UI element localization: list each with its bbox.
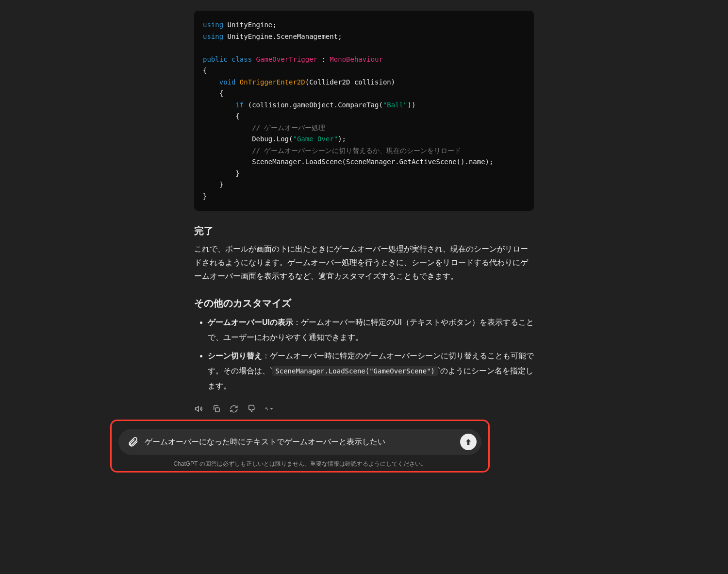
- chat-input[interactable]: [145, 438, 454, 446]
- thumbs-down-icon: [247, 405, 256, 413]
- code-token: // ゲームオーバーシーンに切り替えるか、現在のシーンをリロード: [252, 147, 461, 154]
- code-token: {: [203, 89, 223, 97]
- code-token: [203, 158, 252, 166]
- code-token: }: [203, 192, 207, 200]
- code-token: :: [317, 55, 330, 63]
- input-area-highlight: ChatGPT の回答は必ずしも正しいとは限りません。重要な情報は確認するように…: [110, 420, 490, 473]
- other-heading: その他のカスタマイズ: [194, 297, 534, 310]
- list-item: シーン切り替え：ゲームオーバー時に特定のゲームオーバーシーンに切り替えることも可…: [208, 348, 534, 394]
- svg-rect-0: [215, 408, 219, 412]
- speaker-icon: [195, 405, 203, 413]
- code-token: [203, 101, 235, 109]
- code-token: UnityEngine;: [223, 21, 277, 29]
- bullet-bold: シーン切り替え: [208, 352, 262, 360]
- chat-input-container: [118, 429, 481, 455]
- code-token: }: [203, 169, 240, 177]
- code-token: {: [203, 67, 207, 74]
- code-token: );: [338, 135, 346, 143]
- code-token: [203, 147, 252, 154]
- regenerate-button[interactable]: [229, 404, 239, 414]
- code-block[interactable]: using UnityEngine; using UnityEngine.Sce…: [194, 11, 534, 211]
- sparkle-icon: [264, 405, 268, 413]
- bad-response-button[interactable]: [247, 404, 256, 414]
- code-token: void: [219, 78, 236, 86]
- done-body: これで、ボールが画面の下に出たときにゲームオーバー処理が実行され、現在のシーンが…: [194, 242, 534, 283]
- refresh-icon: [230, 405, 238, 413]
- code-token: (collision.gameObject.CompareTag(: [244, 101, 383, 109]
- code-token: [203, 78, 219, 86]
- attach-button[interactable]: [127, 436, 139, 448]
- disclaimer-text: ChatGPT の回答は必ずしも正しいとは限りません。重要な情報は確認するように…: [118, 460, 481, 468]
- chat-message: using UnityEngine; using UnityEngine.Sce…: [194, 0, 534, 414]
- code-token: class: [232, 55, 252, 63]
- model-switch-button[interactable]: [264, 404, 274, 414]
- done-heading: 完了: [194, 224, 534, 237]
- message-actions: [194, 404, 534, 414]
- code-token: public: [203, 55, 228, 63]
- copy-icon: [212, 405, 221, 413]
- code-token: // ゲームオーバー処理: [252, 124, 325, 132]
- code-token: MonoBehaviour: [330, 55, 383, 63]
- code-token: SceneManager.LoadScene(SceneManager.GetA…: [252, 158, 493, 166]
- code-token: UnityEngine.SceneManagement;: [223, 33, 342, 40]
- arrow-up-icon: [464, 438, 473, 446]
- code-token: [203, 135, 252, 143]
- code-token: [203, 124, 252, 132]
- copy-button[interactable]: [212, 404, 221, 414]
- chevron-down-icon: [269, 405, 274, 413]
- send-button[interactable]: [460, 434, 477, 450]
- bullet-bold: ゲームオーバーUIの表示: [208, 318, 293, 326]
- code-token: using: [203, 21, 223, 29]
- code-token: if: [235, 101, 244, 109]
- code-token: GameOverTrigger: [256, 55, 317, 63]
- bullet-list: ゲームオーバーUIの表示：ゲームオーバー時に特定のUI（テキストやボタン）を表示…: [194, 315, 534, 393]
- code-token: using: [203, 33, 223, 40]
- code-token: OnTriggerEnter2D: [235, 78, 305, 86]
- code-token: "Game Over": [293, 135, 338, 143]
- code-token: "Ball": [383, 101, 408, 109]
- code-token: {: [203, 112, 240, 120]
- code-token: )): [407, 101, 415, 109]
- code-token: Debug.Log(: [252, 135, 293, 143]
- code-token: }: [203, 181, 223, 188]
- list-item: ゲームオーバーUIの表示：ゲームオーバー時に特定のUI（テキストやボタン）を表示…: [208, 315, 534, 345]
- inline-code: SceneManager.LoadScene("GameOverScene"): [272, 366, 438, 376]
- read-aloud-button[interactable]: [194, 404, 204, 414]
- code-token: (Collider2D collision): [305, 78, 395, 86]
- paperclip-icon: [127, 436, 139, 448]
